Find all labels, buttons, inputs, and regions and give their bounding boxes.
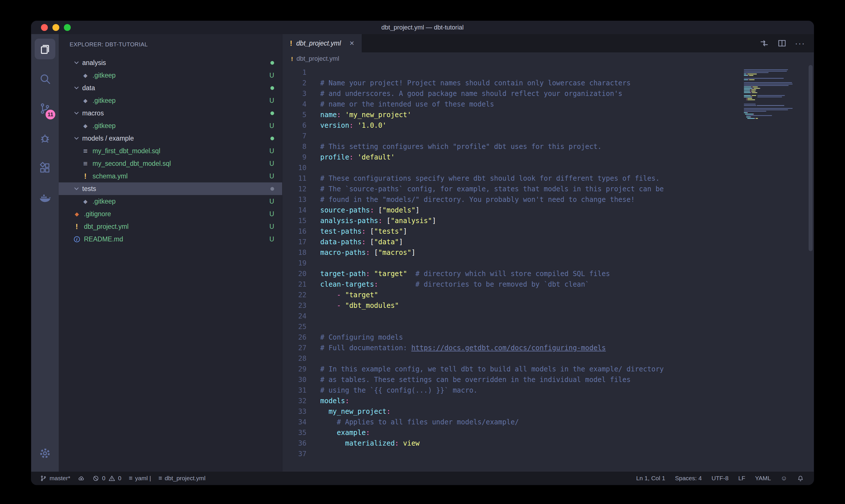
tree-item-gitkeep[interactable]: ◆.gitkeepU: [59, 69, 282, 82]
status-indentation[interactable]: Spaces: 4: [675, 475, 701, 482]
tab-dbt-project-yml[interactable]: ! dbt_project.yml ×: [283, 34, 362, 52]
close-window-button[interactable]: [41, 24, 48, 31]
minimize-window-button[interactable]: [52, 24, 59, 31]
more-actions-icon[interactable]: ···: [795, 39, 805, 48]
explorer-header: EXPLORER: DBT-TUTORIAL: [59, 34, 282, 55]
close-tab-button[interactable]: ×: [349, 39, 354, 48]
line-content: profile: 'default': [320, 152, 395, 163]
status-errors[interactable]: 0: [92, 475, 105, 482]
tree-item-models-example[interactable]: models / example: [59, 132, 282, 145]
status-feedback[interactable]: ☺: [781, 475, 787, 481]
activity-settings-button[interactable]: [31, 438, 59, 468]
line-number: 1: [283, 67, 306, 78]
activity-explorer-button[interactable]: [31, 34, 59, 64]
line-number: 11: [283, 173, 306, 184]
code-line: 35 example:: [283, 428, 814, 438]
tree-item-gitignore[interactable]: ◆.gitignoreU: [59, 208, 282, 220]
line-number: 17: [283, 237, 306, 248]
line-content: # Full documentation: https://docs.getdb…: [320, 343, 606, 353]
tree-item-gitkeep[interactable]: ◆.gitkeepU: [59, 94, 282, 107]
code-editor[interactable]: 12# Name your project! Project names sho…: [283, 65, 814, 472]
line-number: 32: [283, 396, 306, 406]
minimap[interactable]: [744, 68, 804, 142]
chevron-down-icon: [73, 110, 80, 116]
chevron-down-icon: [73, 85, 80, 91]
line-number: 4: [283, 99, 306, 110]
tree-item-my-first-dbt-model-sql[interactable]: ≡my_first_dbt_model.sqlU: [59, 145, 282, 157]
code-line: 3# and underscores. A good package name …: [283, 89, 814, 99]
breadcrumb-item-file[interactable]: dbt_project.yml: [296, 55, 339, 62]
line-number: 28: [283, 353, 306, 364]
chevron-down-icon: [73, 185, 80, 192]
line-number: 22: [283, 290, 306, 300]
status-errors-label: 0: [102, 475, 105, 482]
window-title: dbt_project.yml — dbt-tutorial: [31, 24, 814, 31]
line-content: source-paths: ["models"]: [320, 205, 420, 216]
status-language-mode[interactable]: YAML: [755, 475, 771, 482]
cloud-icon: [78, 475, 85, 482]
line-number: 21: [283, 279, 306, 290]
git-decoration: [270, 137, 274, 140]
git-untracked-badge: U: [269, 72, 274, 79]
list-icon: ≡: [158, 475, 162, 481]
tree-item-macros[interactable]: macros: [59, 107, 282, 120]
tree-item-analysis[interactable]: analysis: [59, 56, 282, 69]
tree-item-my-second-dbt-model-sql[interactable]: ≡my_second_dbt_model.sqlU: [59, 157, 282, 170]
activity-docker-button[interactable]: [31, 183, 59, 213]
tree-item-readme-md[interactable]: iREADME.mdU: [59, 233, 282, 246]
tree-item-gitkeep[interactable]: ◆.gitkeepU: [59, 195, 282, 208]
code-line: 9profile: 'default': [283, 152, 814, 163]
folder-label: data: [82, 84, 95, 92]
git-file-icon: ◆: [83, 199, 88, 204]
tree-item-data[interactable]: data: [59, 82, 282, 94]
line-number: 2: [283, 78, 306, 89]
editor-scrollbar[interactable]: [809, 65, 813, 251]
search-icon: [38, 72, 52, 85]
explorer-icon: [38, 42, 52, 56]
open-changes-icon[interactable]: [759, 38, 769, 48]
folder-label: tests: [82, 185, 96, 193]
status-cursor-position[interactable]: Ln 1, Col 1: [636, 475, 665, 482]
split-editor-icon[interactable]: [777, 38, 787, 48]
explorer-actions: [255, 42, 274, 47]
activity-run-debug-button[interactable]: [31, 123, 59, 153]
status-warnings[interactable]: 0: [108, 475, 122, 482]
tree-item-schema-yml[interactable]: !schema.ymlU: [59, 170, 282, 182]
activity-search-button[interactable]: [31, 64, 59, 94]
tree-item-gitkeep[interactable]: ◆.gitkeepU: [59, 120, 282, 132]
code-line: 34 # Applies to all files under models/e…: [283, 417, 814, 428]
activity-source-control-button[interactable]: 11: [31, 94, 59, 123]
code-line: 30# as tables. These settings can be ove…: [283, 375, 814, 385]
code-line: 7: [283, 131, 814, 142]
activity-bar-items: 11: [31, 34, 59, 213]
tree-item-tests[interactable]: tests: [59, 182, 282, 195]
readme-file-icon: i: [74, 236, 80, 242]
git-untracked-badge: U: [269, 160, 274, 167]
git-decoration: U: [269, 235, 274, 243]
line-number: 5: [283, 110, 306, 120]
status-publish[interactable]: [78, 475, 85, 482]
explorer-sidebar: EXPLORER: DBT-TUTORIAL analysis◆.gitkeep…: [59, 34, 282, 472]
tree-item-dbt-project-yml[interactable]: !dbt_project.ymlU: [59, 220, 282, 233]
status-active-file[interactable]: ≡dbt_project.yml: [158, 475, 205, 482]
line-content: - "target": [320, 290, 378, 300]
status-eol[interactable]: LF: [738, 475, 745, 482]
file-label: .gitignore: [84, 210, 111, 218]
code-line: 25: [283, 322, 814, 332]
line-number: 3: [283, 89, 306, 99]
zoom-window-button[interactable]: [64, 24, 71, 31]
code-line: 31# using the `{{ config(...) }}` macro.: [283, 385, 814, 396]
extensions-icon: [38, 162, 52, 175]
code-line: 26# Configuring models: [283, 332, 814, 343]
file-label: my_second_dbt_model.sql: [92, 160, 171, 167]
code-lines: 12# Name your project! Project names sho…: [283, 65, 814, 459]
status-encoding[interactable]: UTF-8: [712, 475, 729, 482]
line-number: 31: [283, 385, 306, 396]
status-branch[interactable]: master*: [40, 475, 70, 482]
status-yaml-schema[interactable]: ≡yaml |: [129, 475, 151, 482]
status-notifications[interactable]: [797, 475, 804, 482]
activity-extensions-button[interactable]: [31, 153, 59, 183]
line-content: # found in the "models/" directory. You …: [320, 195, 635, 205]
status-bar-right: Ln 1, Col 1Spaces: 4UTF-8LFYAML☺: [626, 475, 804, 482]
git-decoration: [270, 187, 274, 191]
